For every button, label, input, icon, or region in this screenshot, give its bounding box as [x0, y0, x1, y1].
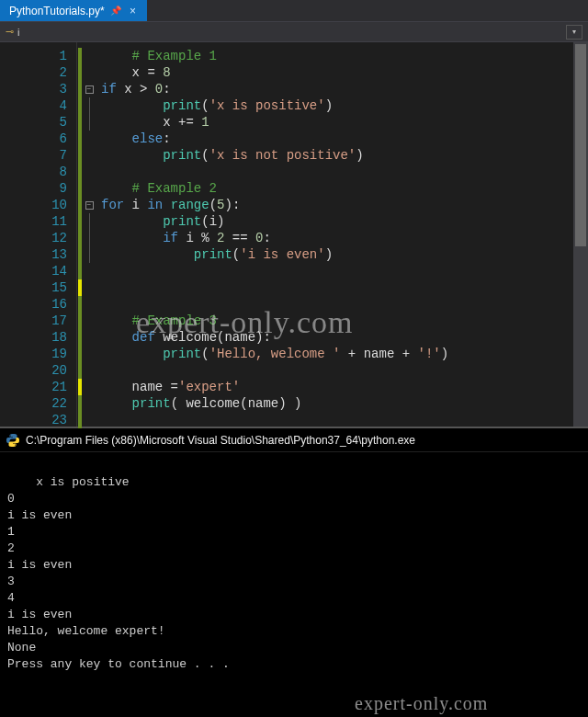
code-line[interactable]	[101, 296, 573, 313]
fold-cell	[83, 379, 96, 395]
fold-guide	[89, 246, 90, 263]
change-marker	[78, 346, 82, 362]
code-line[interactable]: print('Hello, welcome ' + name + '!')	[101, 346, 573, 362]
change-marker	[78, 97, 82, 114]
change-marker	[78, 180, 82, 197]
code-line[interactable]: print(i)	[101, 213, 573, 230]
change-marker	[78, 263, 82, 279]
line-number: 5	[0, 114, 73, 131]
change-marker	[78, 362, 82, 379]
change-marker	[78, 412, 82, 428]
terminal-title: C:\Program Files (x86)\Microsoft Visual …	[26, 434, 415, 447]
code-editor[interactable]: 1234567891011121314151617181920212223 −−…	[0, 42, 588, 427]
change-marker	[78, 296, 82, 313]
tab-bar: PythonTutorials.py* 📌 ×	[0, 0, 588, 22]
line-number: 9	[0, 180, 73, 197]
code-line[interactable]: print( welcome(name) )	[101, 395, 573, 412]
fold-cell: −	[83, 81, 96, 97]
key-icon: ⊸	[6, 26, 14, 38]
line-number: 13	[0, 246, 73, 263]
line-number: 2	[0, 64, 73, 81]
fold-cell	[83, 64, 96, 81]
fold-cell	[83, 263, 96, 279]
scope-label: i	[17, 27, 19, 38]
code-line[interactable]	[101, 412, 573, 428]
fold-guide	[89, 230, 90, 246]
scroll-thumb[interactable]	[575, 44, 586, 246]
change-marker	[78, 131, 82, 147]
change-marker	[78, 213, 82, 230]
fold-toggle[interactable]: −	[85, 201, 94, 210]
code-line[interactable]: # Example 1	[101, 48, 573, 64]
terminal-panel: C:\Program Files (x86)\Microsoft Visual …	[0, 427, 588, 717]
change-marker	[78, 64, 82, 81]
code-line[interactable]: # Example 3	[101, 313, 573, 329]
code-line[interactable]	[101, 362, 573, 379]
code-line[interactable]: print('x is not positive')	[101, 147, 573, 164]
file-tab[interactable]: PythonTutorials.py* 📌 ×	[0, 0, 147, 21]
code-line[interactable]	[101, 263, 573, 279]
change-marker	[78, 279, 82, 296]
code-line[interactable]: else:	[101, 131, 573, 147]
line-number: 21	[0, 379, 73, 395]
code-line[interactable]: # Example 2	[101, 180, 573, 197]
code-line[interactable]: name ='expert'	[101, 379, 573, 395]
fold-cell	[83, 329, 96, 346]
change-marker	[78, 197, 82, 213]
line-number: 15	[0, 279, 73, 296]
code-area[interactable]: # Example 1 x = 8if x > 0: print('x is p…	[96, 42, 573, 427]
line-number: 11	[0, 213, 73, 230]
code-line[interactable]: x = 8	[101, 64, 573, 81]
change-marker	[78, 48, 82, 64]
change-marker	[78, 379, 82, 395]
pin-icon[interactable]: 📌	[110, 6, 121, 17]
fold-cell	[83, 180, 96, 197]
line-number: 23	[0, 412, 73, 428]
code-line[interactable]: if i % 2 == 0:	[101, 230, 573, 246]
python-icon	[6, 433, 20, 448]
fold-cell	[83, 362, 96, 379]
code-line[interactable]: for i in range(5):	[101, 197, 573, 213]
fold-cell	[83, 346, 96, 362]
fold-guide	[89, 97, 90, 114]
fold-cell	[83, 395, 96, 412]
code-line[interactable]: x += 1	[101, 114, 573, 131]
change-marker	[78, 230, 82, 246]
code-line[interactable]	[101, 279, 573, 296]
line-number: 6	[0, 131, 73, 147]
code-line[interactable]: print('x is positive')	[101, 97, 573, 114]
code-line[interactable]: if x > 0:	[101, 81, 573, 97]
change-marker	[78, 164, 82, 180]
code-line[interactable]	[101, 164, 573, 180]
line-number: 22	[0, 395, 73, 412]
close-icon[interactable]: ×	[127, 5, 140, 17]
change-marker	[78, 313, 82, 329]
fold-cell	[83, 131, 96, 147]
tab-filename: PythonTutorials.py*	[9, 5, 105, 17]
fold-cell	[83, 164, 96, 180]
fold-cell	[83, 230, 96, 246]
terminal-output[interactable]: x is positive 0 i is even 1 2 i is even …	[0, 452, 588, 717]
line-number: 18	[0, 329, 73, 346]
change-marker	[78, 81, 82, 97]
fold-cell	[83, 114, 96, 131]
line-number: 16	[0, 296, 73, 313]
fold-cell	[83, 412, 96, 428]
code-line[interactable]: print('i is even')	[101, 246, 573, 263]
change-marker	[78, 147, 82, 164]
code-line[interactable]: def welcome(name):	[101, 329, 573, 346]
line-number: 12	[0, 230, 73, 246]
change-marker	[78, 114, 82, 131]
line-number: 8	[0, 164, 73, 180]
fold-toggle[interactable]: −	[85, 85, 94, 94]
vertical-scrollbar[interactable]	[573, 42, 588, 427]
terminal-titlebar[interactable]: C:\Program Files (x86)\Microsoft Visual …	[0, 428, 588, 452]
line-number: 19	[0, 346, 73, 362]
fold-strip: −−	[83, 42, 96, 427]
line-number: 3	[0, 81, 73, 97]
fold-guide	[89, 213, 90, 230]
line-number-gutter: 1234567891011121314151617181920212223	[0, 42, 77, 427]
scope-dropdown[interactable]: ▾	[566, 25, 582, 40]
fold-cell	[83, 147, 96, 164]
fold-cell	[83, 313, 96, 329]
